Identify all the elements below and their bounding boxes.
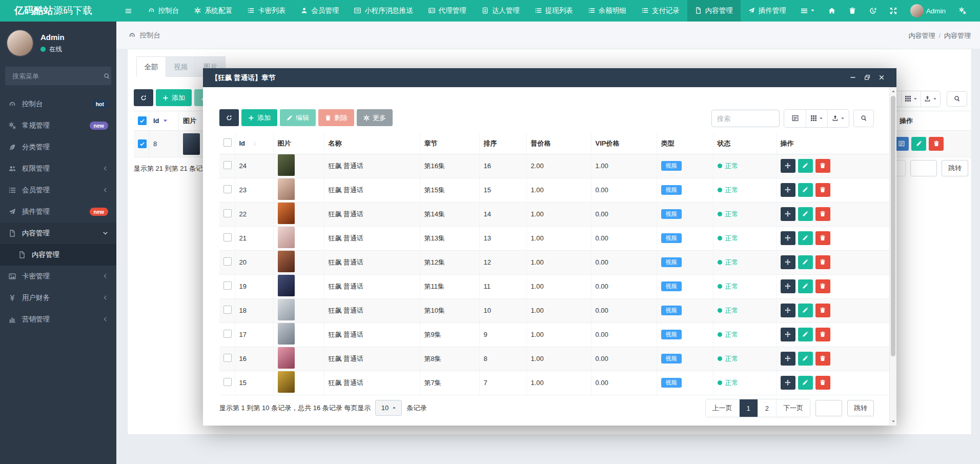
id-column-header[interactable]: Id <box>149 111 178 130</box>
prev-page-button[interactable]: 上一页 <box>706 399 739 417</box>
edit-row-button[interactable] <box>798 352 813 366</box>
delete-row-button[interactable] <box>815 328 830 341</box>
table-search-button[interactable] <box>947 91 967 107</box>
scrollbar-thumb[interactable] <box>891 96 895 356</box>
move-button[interactable] <box>781 159 795 173</box>
move-button[interactable] <box>781 207 795 221</box>
sidebar-item[interactable]: 控制台hot <box>0 93 116 115</box>
row-checkbox[interactable] <box>223 209 232 217</box>
edit-row-button[interactable] <box>798 183 813 197</box>
page-size-select[interactable]: 10 <box>375 400 402 416</box>
move-button[interactable] <box>781 255 795 269</box>
delete-row-button[interactable] <box>815 304 830 317</box>
nav-item[interactable]: 控制台 <box>140 0 187 22</box>
column-header[interactable]: Id <box>235 133 273 154</box>
tab-全部[interactable]: 全部 <box>136 56 166 77</box>
columns-button[interactable] <box>806 110 827 127</box>
nav-item[interactable]: 会员管理 <box>293 0 346 22</box>
dialog-titlebar[interactable]: 【狂飙 普通话】章节 <box>203 68 896 87</box>
add-button[interactable]: 添加 <box>156 89 192 106</box>
tab-视频[interactable]: 视频 <box>166 56 196 77</box>
move-button[interactable] <box>781 183 795 197</box>
column-header[interactable]: 名称 <box>324 133 420 154</box>
edit-row-button[interactable] <box>798 304 813 317</box>
sidebar-item[interactable]: 插件管理new <box>0 201 116 223</box>
column-header[interactable]: 类型 <box>657 133 713 154</box>
page-jump-button[interactable]: 跳转 <box>942 160 968 176</box>
page-jump-input[interactable] <box>910 160 937 176</box>
nav-item[interactable]: 内容管理 <box>687 0 741 22</box>
sidebar-item[interactable]: 营销管理 <box>0 309 116 330</box>
export-button[interactable] <box>827 110 849 127</box>
nav-item[interactable]: 卡密列表 <box>240 0 293 22</box>
select-all-checkbox[interactable] <box>223 138 232 147</box>
page-jump-input[interactable] <box>815 400 842 416</box>
dialog-scrollbar[interactable] <box>889 87 896 426</box>
nav-item[interactable]: 达人管理 <box>474 0 527 22</box>
sidebar-item[interactable]: 内容管理 <box>0 223 116 244</box>
row-checkbox[interactable] <box>223 354 232 362</box>
clear-cache-button[interactable] <box>842 0 863 22</box>
column-header[interactable]: 状态 <box>713 133 776 154</box>
next-page-button[interactable]: 下一页 <box>776 399 810 417</box>
refresh-history-button[interactable] <box>863 0 883 22</box>
table-search-button[interactable] <box>853 110 874 127</box>
edit-row-button[interactable] <box>798 376 813 390</box>
brand-logo[interactable]: 亿码酷站源码下载 <box>0 0 116 22</box>
sidebar-item[interactable]: 会员管理 <box>0 179 116 201</box>
row-checkbox[interactable] <box>223 281 232 290</box>
fullscreen-button[interactable] <box>883 0 904 22</box>
table-search-input[interactable] <box>711 110 780 127</box>
refresh-button[interactable] <box>219 109 239 126</box>
nav-item[interactable]: 代理管理 <box>421 0 474 22</box>
edit-row-button[interactable] <box>798 255 813 269</box>
delete-row-button[interactable] <box>929 137 944 151</box>
edit-row-button[interactable] <box>798 231 813 245</box>
sidebar-item[interactable]: 卡密管理 <box>0 266 116 287</box>
delete-row-button[interactable] <box>815 376 830 390</box>
export-button[interactable] <box>921 91 940 107</box>
column-header[interactable]: VIP价格 <box>591 133 657 154</box>
page-button-2[interactable]: 2 <box>758 399 776 417</box>
column-header[interactable]: 图片 <box>273 133 324 154</box>
nav-item[interactable]: 余额明细 <box>581 0 634 22</box>
sidebar-item[interactable]: 用户财务 <box>0 287 116 309</box>
delete-row-button[interactable] <box>815 159 830 173</box>
row-checkbox[interactable] <box>223 185 232 193</box>
add-button[interactable]: 添加 <box>241 109 277 126</box>
edit-row-button[interactable] <box>798 328 813 341</box>
minimize-button[interactable] <box>846 71 860 85</box>
delete-row-button[interactable] <box>815 207 830 221</box>
admin-menu[interactable]: Admin <box>904 0 952 22</box>
move-button[interactable] <box>781 304 795 317</box>
row-checkbox[interactable] <box>223 306 232 314</box>
page-button-1[interactable]: 1 <box>739 399 758 417</box>
move-button[interactable] <box>781 328 795 341</box>
move-button[interactable] <box>781 352 795 366</box>
settings-button[interactable] <box>952 0 973 22</box>
move-button[interactable] <box>781 231 795 245</box>
row-checkbox[interactable] <box>223 161 232 169</box>
move-button[interactable] <box>781 279 795 293</box>
row-checkbox[interactable] <box>223 233 232 241</box>
select-all-checkbox[interactable] <box>138 116 147 125</box>
breadcrumb-item[interactable]: 内容管理 <box>908 32 935 39</box>
column-header[interactable]: 普价格 <box>526 133 591 154</box>
row-checkbox[interactable] <box>138 139 147 148</box>
home-button[interactable] <box>822 0 842 22</box>
sidebar-item[interactable]: 分类管理 <box>0 136 116 158</box>
nav-item[interactable]: 小程序消息推送 <box>346 0 421 22</box>
edit-row-button[interactable] <box>798 159 813 173</box>
refresh-button[interactable] <box>134 89 153 106</box>
more-button[interactable]: 更多 <box>357 109 393 126</box>
columns-button[interactable] <box>901 91 921 107</box>
menu-list-dropdown[interactable] <box>794 0 822 22</box>
delete-row-button[interactable] <box>815 183 830 197</box>
edit-button[interactable]: 编辑 <box>280 109 316 126</box>
delete-button[interactable]: 删除 <box>318 109 354 126</box>
close-button[interactable] <box>875 71 888 85</box>
sidebar-toggle-button[interactable] <box>116 0 140 22</box>
row-checkbox[interactable] <box>223 257 232 266</box>
sidebar-search-input[interactable] <box>11 72 104 80</box>
maximize-button[interactable] <box>861 71 874 85</box>
